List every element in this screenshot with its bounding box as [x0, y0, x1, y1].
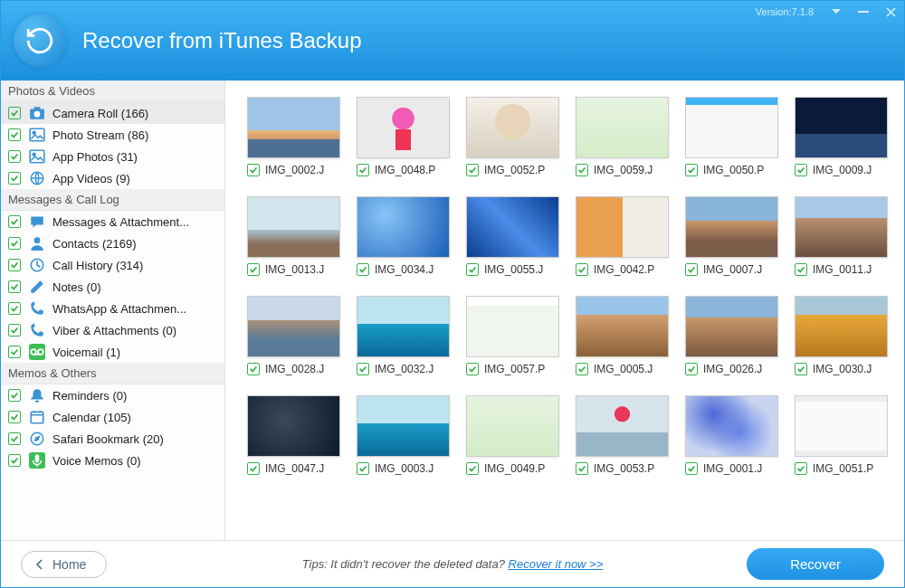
checkbox-icon[interactable]	[685, 164, 698, 176]
checkbox-icon[interactable]	[8, 259, 21, 271]
checkbox-icon[interactable]	[685, 462, 698, 475]
thumbnail-cell[interactable]: IMG_0028.J	[247, 296, 340, 375]
thumbnail-image[interactable]	[247, 196, 340, 258]
thumbnail-cell[interactable]: IMG_0026.J	[685, 296, 778, 375]
thumbnail-cell[interactable]: IMG_0055.J	[466, 196, 559, 276]
thumbnail-image[interactable]	[357, 97, 450, 158]
thumbnail-image[interactable]	[795, 196, 888, 258]
thumbnail-image[interactable]	[576, 296, 669, 357]
checkbox-icon[interactable]	[795, 462, 807, 475]
sidebar-item[interactable]: App Videos (9)	[1, 167, 224, 189]
checkbox-icon[interactable]	[357, 164, 369, 176]
thumbnail-image[interactable]	[795, 395, 888, 457]
thumbnail-image[interactable]	[576, 395, 669, 457]
checkbox-icon[interactable]	[247, 263, 260, 276]
checkbox-icon[interactable]	[8, 172, 21, 185]
thumbnail-cell[interactable]: IMG_0005.J	[576, 296, 669, 375]
thumbnail-cell[interactable]: IMG_0034.J	[357, 196, 450, 276]
sidebar-item[interactable]: Photo Stream (86)	[1, 124, 224, 146]
sidebar-item[interactable]: Viber & Attachments (0)	[1, 319, 224, 341]
thumbnail-cell[interactable]: IMG_0059.J	[576, 97, 669, 176]
thumbnail-image[interactable]	[795, 296, 888, 357]
checkbox-icon[interactable]	[576, 263, 588, 276]
thumbnail-cell[interactable]: IMG_0047.J	[247, 395, 340, 475]
thumbnail-image[interactable]	[466, 97, 559, 158]
checkbox-icon[interactable]	[8, 107, 21, 119]
thumbnail-cell[interactable]: IMG_0042.P	[576, 196, 669, 276]
sidebar-item[interactable]: Call History (314)	[1, 254, 224, 276]
thumbnail-cell[interactable]: IMG_0009.J	[795, 97, 888, 176]
checkbox-icon[interactable]	[8, 389, 21, 402]
checkbox-icon[interactable]	[685, 263, 698, 276]
checkbox-icon[interactable]	[8, 215, 21, 228]
home-button[interactable]: Home	[21, 551, 107, 578]
sidebar-item[interactable]: Contacts (2169)	[1, 232, 224, 254]
checkbox-icon[interactable]	[466, 164, 479, 176]
checkbox-icon[interactable]	[8, 346, 21, 358]
checkbox-icon[interactable]	[795, 164, 807, 176]
checkbox-icon[interactable]	[795, 363, 807, 375]
thumbnail-cell[interactable]: IMG_0003.J	[357, 395, 450, 475]
thumbnail-image[interactable]	[247, 97, 340, 158]
thumbnail-image[interactable]	[357, 196, 450, 258]
thumbnail-cell[interactable]: IMG_0050.P	[685, 97, 778, 176]
checkbox-icon[interactable]	[795, 263, 807, 276]
sidebar-item[interactable]: Voice Memos (0)	[1, 450, 224, 471]
thumbnail-image[interactable]	[466, 196, 559, 258]
sidebar-item[interactable]: Calendar (105)	[1, 406, 224, 428]
thumbnail-image[interactable]	[685, 196, 778, 258]
checkbox-icon[interactable]	[8, 432, 21, 445]
thumbnail-cell[interactable]: IMG_0002.J	[247, 97, 340, 176]
checkbox-icon[interactable]	[8, 454, 21, 467]
thumbnail-image[interactable]	[247, 395, 340, 457]
thumbnail-cell[interactable]: IMG_0007.J	[685, 196, 778, 276]
thumbnail-image[interactable]	[576, 97, 669, 158]
recover-button[interactable]: Recover	[747, 548, 884, 580]
checkbox-icon[interactable]	[8, 237, 21, 250]
checkbox-icon[interactable]	[8, 324, 21, 337]
thumbnail-cell[interactable]: IMG_0053.P	[576, 395, 669, 475]
sidebar-item[interactable]: WhatsApp & Attachmen...	[1, 298, 224, 319]
thumbnail-image[interactable]	[466, 395, 559, 457]
dropdown-button[interactable]	[823, 1, 850, 23]
sidebar-item[interactable]: App Photos (31)	[1, 146, 224, 167]
checkbox-icon[interactable]	[576, 462, 588, 475]
checkbox-icon[interactable]	[8, 150, 21, 163]
sidebar-item[interactable]: Reminders (0)	[1, 384, 224, 406]
sidebar-item[interactable]: Messages & Attachment...	[1, 211, 224, 232]
thumbnail-image[interactable]	[685, 97, 778, 158]
checkbox-icon[interactable]	[247, 462, 260, 475]
thumbnail-cell[interactable]: IMG_0051.P	[795, 395, 888, 475]
sidebar-item[interactable]: Safari Bookmark (20)	[1, 428, 224, 450]
checkbox-icon[interactable]	[466, 363, 479, 375]
thumbnail-cell[interactable]: IMG_0030.J	[795, 296, 888, 375]
sidebar-item[interactable]: Camera Roll (166)	[1, 102, 224, 124]
recover-now-link[interactable]: Recover it now >>	[509, 557, 604, 571]
minimize-button[interactable]	[850, 1, 877, 23]
thumbnail-cell[interactable]: IMG_0013.J	[247, 196, 340, 276]
checkbox-icon[interactable]	[357, 462, 369, 475]
close-button[interactable]	[877, 1, 904, 23]
checkbox-icon[interactable]	[576, 363, 588, 375]
checkbox-icon[interactable]	[466, 263, 479, 276]
thumbnail-image[interactable]	[576, 196, 669, 258]
thumbnail-image[interactable]	[795, 97, 888, 158]
thumbnail-cell[interactable]: IMG_0011.J	[795, 196, 888, 276]
thumbnail-cell[interactable]: IMG_0001.J	[685, 395, 778, 475]
checkbox-icon[interactable]	[8, 128, 21, 141]
thumbnail-image[interactable]	[685, 296, 778, 357]
checkbox-icon[interactable]	[247, 164, 260, 176]
checkbox-icon[interactable]	[357, 363, 369, 375]
checkbox-icon[interactable]	[8, 302, 21, 315]
thumbnail-image[interactable]	[685, 395, 778, 457]
checkbox-icon[interactable]	[8, 411, 21, 423]
checkbox-icon[interactable]	[247, 363, 260, 375]
thumbnail-cell[interactable]: IMG_0048.P	[357, 97, 450, 176]
thumbnail-cell[interactable]: IMG_0052.P	[466, 97, 559, 176]
thumbnail-cell[interactable]: IMG_0049.P	[466, 395, 559, 475]
thumbnail-cell[interactable]: IMG_0057.P	[466, 296, 559, 375]
checkbox-icon[interactable]	[576, 164, 588, 176]
thumbnail-image[interactable]	[466, 296, 559, 357]
checkbox-icon[interactable]	[466, 462, 479, 475]
checkbox-icon[interactable]	[685, 363, 698, 375]
